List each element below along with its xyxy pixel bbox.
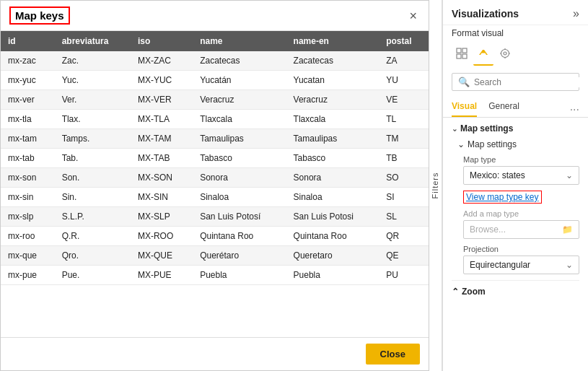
viz-content: ⌄ Map settings ⌄ Map settings Map type M… [443,118,588,371]
table-cell: Sonora [193,168,286,188]
table-cell: MX-TLA [131,110,193,129]
projection-select[interactable]: Equirectangular ⌄ [463,256,579,274]
map-settings-section-label: Map settings [460,123,513,134]
table-row[interactable]: mx-verVer.MX-VERVeracruzVeracruzVE [1,90,429,110]
toolbar-format-icon-button[interactable] [473,44,493,66]
table-cell: MX-ZAC [131,51,193,71]
table-cell: MX-PUE [131,266,193,285]
table-row[interactable]: mx-tabTab.MX-TABTabascoTabascoTB [1,149,429,168]
table-cell: MX-YUC [131,71,193,90]
map-type-label: Map type [463,155,579,164]
map-type-select[interactable]: Mexico: states ⌄ [463,166,579,185]
tab-general[interactable]: General [488,97,519,117]
table-cell: Tabasco [286,149,379,168]
icon-toolbar [443,44,588,70]
map-keys-table: id abreviatura iso name name-en postal m… [1,31,429,285]
table-row[interactable]: mx-puePue.MX-PUEPueblaPueblaPU [1,266,429,285]
browse-input[interactable]: Browse... 📁 [463,220,579,239]
table-cell: mx-ver [1,90,55,110]
map-settings-section-header[interactable]: ⌄ Map settings [452,123,579,134]
table-cell: Sinaloa [286,188,379,207]
svg-point-4 [501,50,509,58]
table-cell: Puebla [286,266,379,285]
table-body: mx-zacZac.MX-ZACZacatecasZacatecasZAmx-y… [1,51,429,285]
table-cell: QR [379,227,429,246]
browse-icon: 📁 [562,224,573,235]
table-cell: MX-TAB [131,149,193,168]
table-cell: SO [379,168,429,188]
table-cell: ZA [379,51,429,71]
search-box: 🔍 [452,73,579,91]
viz-panel-title: Visualizations [452,8,519,19]
table-cell: Tamps. [55,129,131,149]
table-cell: Quintana Roo [286,227,379,246]
table-cell: Sonora [286,168,379,188]
close-x-button[interactable]: × [406,9,420,22]
table-row[interactable]: mx-tlaTlax.MX-TLATlaxcalaTlaxcalaTL [1,110,429,129]
table-row[interactable]: mx-queQro.MX-QUEQuerétaroQueretaroQE [1,246,429,266]
table-row[interactable]: mx-sinSin.MX-SINSinaloaSinaloaSI [1,188,429,207]
map-keys-header: Map keys × [1,1,429,31]
table-cell: mx-son [1,168,55,188]
filters-tab[interactable]: Filters [429,0,442,371]
svg-rect-2 [457,54,461,58]
table-cell: Querétaro [193,246,286,266]
col-header-name: name [193,31,286,51]
table-cell: SI [379,188,429,207]
table-cell: Ver. [55,90,131,110]
visualizations-panel: Visualizations » Format visual [442,0,588,371]
bottom-bar: Close [1,337,429,370]
table-cell: QE [379,246,429,266]
close-button[interactable]: Close [366,344,420,365]
table-cell: Veracruz [193,90,286,110]
table-cell: Q.R. [55,227,131,246]
table-cell: MX-SON [131,168,193,188]
table-cell: Tab. [55,149,131,168]
table-cell: mx-tla [1,110,55,129]
projection-value: Equirectangular [470,260,530,270]
table-row[interactable]: mx-slpS.L.P.MX-SLPSan Luis PotosíSan Lui… [1,207,429,227]
projection-chevron-down-icon: ⌄ [566,260,573,270]
view-map-type-key-link[interactable]: View map type key [463,191,542,204]
table-row[interactable]: mx-tamTamps.MX-TAMTamaulipasTamaulipasTM [1,129,429,149]
col-header-postal: postal [379,31,429,51]
format-icon [478,47,489,58]
zoom-chevron-right-icon: ⌃ [452,287,459,297]
table-cell: Zacatecas [193,51,286,71]
table-row[interactable]: mx-sonSon.MX-SONSonoraSonoraSO [1,168,429,188]
table-cell: YU [379,71,429,90]
map-keys-title: Map keys [9,6,70,25]
table-row[interactable]: mx-yucYuc.MX-YUCYucatánYucatanYU [1,71,429,90]
search-input[interactable] [474,77,582,87]
col-header-iso: iso [131,31,193,51]
svg-point-5 [504,52,506,55]
col-header-id: id [1,31,55,51]
table-row[interactable]: mx-zacZac.MX-ZACZacatecasZacatecasZA [1,51,429,71]
table-cell: Yucatan [286,71,379,90]
table-cell: Quintana Roo [193,227,286,246]
toolbar-search-icon-button[interactable] [495,44,515,66]
search-icon: 🔍 [458,77,470,87]
table-cell: TB [379,149,429,168]
analytics-icon [499,48,511,59]
map-settings-subsection-header[interactable]: ⌄ Map settings [457,139,579,149]
table-cell: Tabasco [193,149,286,168]
viz-panel-header: Visualizations » [443,0,588,25]
table-cell: Qro. [55,246,131,266]
viz-collapse-button[interactable]: » [573,7,579,20]
toolbar-grid-icon-button[interactable] [452,44,472,66]
search-box-container: 🔍 [443,70,588,97]
table-row[interactable]: mx-rooQ.R.MX-ROOQuintana RooQuintana Roo… [1,227,429,246]
map-type-value: Mexico: states [470,170,525,180]
table-cell: mx-zac [1,51,55,71]
map-settings-subsection-label: Map settings [468,139,517,149]
svg-rect-3 [462,54,467,58]
table-cell: Son. [55,168,131,188]
table-cell: mx-sin [1,188,55,207]
tab-more-button[interactable]: ... [570,100,579,113]
table-cell: TM [379,129,429,149]
tab-visual[interactable]: Visual [452,97,477,117]
grid-icon [456,48,468,59]
zoom-section-header[interactable]: ⌃ Zoom [452,287,579,297]
table-cell: Tamaulipas [286,129,379,149]
